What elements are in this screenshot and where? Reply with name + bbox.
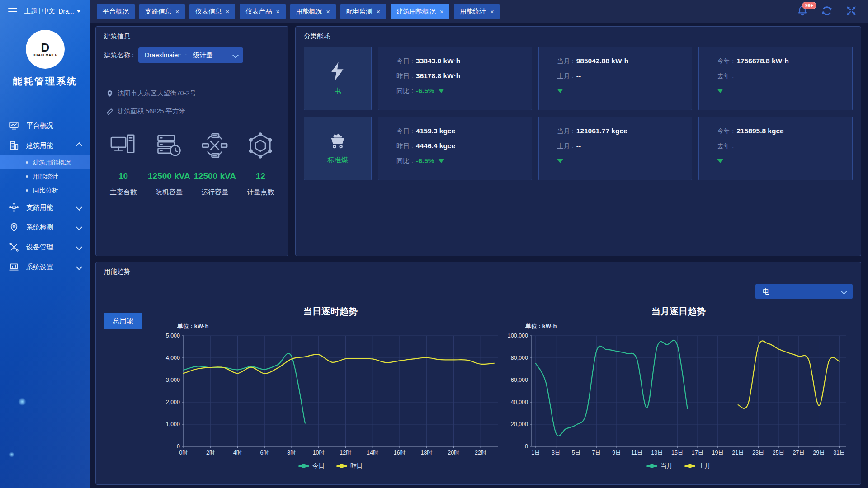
location-pin-icon bbox=[106, 89, 114, 98]
tab-close-icon[interactable]: × bbox=[326, 9, 330, 15]
bullet-icon bbox=[26, 175, 28, 178]
building-info-panel: 建筑信息 建筑名称 : Draexlmaier一二级计量 沈阳市大东区大望街70… bbox=[95, 26, 288, 256]
refresh-icon[interactable] bbox=[820, 4, 834, 18]
coal-icon-card: 标准煤 bbox=[304, 117, 372, 180]
svg-text:80,000: 80,000 bbox=[511, 355, 528, 361]
svg-text:9日: 9日 bbox=[612, 450, 621, 456]
category-row-electricity: 电 今日 :33843.0 kW·h 昨日 :36178.8 kW·h 同比 :… bbox=[304, 47, 853, 110]
hub-icon bbox=[9, 202, 19, 212]
metric-label: 昨日 : bbox=[396, 142, 413, 150]
decor-glow bbox=[18, 398, 26, 406]
legend-item[interactable]: 今日 bbox=[298, 462, 325, 470]
svg-text:14时: 14时 bbox=[367, 450, 378, 456]
chart-legend: 今日昨日 bbox=[298, 462, 363, 470]
chart-canvas: 01,0002,0003,0004,0005,0000时2时4时6时8时10时1… bbox=[156, 331, 505, 460]
metric-value: 36178.8 kW·h bbox=[416, 72, 460, 80]
total-energy-button[interactable]: 总用能 bbox=[104, 313, 142, 329]
svg-text:22时: 22时 bbox=[475, 450, 486, 456]
tab-label: 用能统计 bbox=[460, 7, 486, 16]
sidebar-item-branch-energy[interactable]: 支路用能 bbox=[0, 197, 90, 217]
energy-card-day: 今日 :33843.0 kW·h 昨日 :36178.8 kW·h 同比 :-6… bbox=[378, 47, 532, 110]
legend-item[interactable]: 当月 bbox=[646, 462, 673, 470]
location-pin-icon bbox=[9, 222, 19, 232]
legend-label: 当月 bbox=[660, 462, 673, 470]
fullscreen-icon[interactable] bbox=[844, 4, 858, 18]
sidebar-item-system-detection[interactable]: 系统检测 bbox=[0, 217, 90, 237]
sidebar-item-platform-overview[interactable]: 平台概况 bbox=[0, 116, 90, 136]
svg-text:31日: 31日 bbox=[833, 450, 845, 456]
sidebar-item-system-settings[interactable]: 系统设置 bbox=[0, 257, 90, 277]
tab-close-icon[interactable]: × bbox=[377, 9, 380, 15]
tab-close-icon[interactable]: × bbox=[175, 9, 179, 15]
sidebar-item-label: 设备管理 bbox=[26, 243, 53, 252]
panel-title: 建筑信息 bbox=[104, 32, 130, 41]
yoy-value: -6.5% bbox=[416, 87, 434, 95]
tab-meter-product[interactable]: 仪表产品 × bbox=[240, 4, 285, 19]
tab-power-distribution-monitor[interactable]: 配电监测 × bbox=[340, 4, 386, 19]
stat-transformers: 10 主变台数 bbox=[101, 131, 146, 197]
tab-energy-overview[interactable]: 用能概况 × bbox=[290, 4, 336, 19]
tab-branch-info[interactable]: 支路信息 × bbox=[139, 4, 185, 19]
theme-language-label[interactable]: 主题 | 中文 bbox=[24, 7, 55, 15]
sidebar-subitem-energy-statistics[interactable]: 用能统计 bbox=[0, 169, 90, 183]
panel-title: 用能趋势 bbox=[104, 267, 130, 276]
svg-text:13日: 13日 bbox=[651, 450, 663, 456]
metric-value: 215895.8 kgce bbox=[736, 127, 783, 135]
svg-text:5,000: 5,000 bbox=[166, 333, 180, 339]
sidebar-subitem-label: 同比分析 bbox=[33, 187, 58, 195]
hamburger-menu-icon[interactable] bbox=[8, 8, 17, 14]
metric-value: -- bbox=[576, 142, 581, 150]
notification-bell-icon[interactable]: 99+ bbox=[796, 4, 809, 18]
metric-value: 4159.3 kgce bbox=[416, 127, 455, 135]
sidebar-item-device-management[interactable]: 设备管理 bbox=[0, 237, 90, 257]
stat-label: 运行容量 bbox=[201, 188, 228, 197]
energy-card-month: 当月 :985042.88 kW·h 上月 :-- bbox=[538, 47, 693, 110]
stat-label: 计量点数 bbox=[247, 188, 274, 197]
metric-value: -- bbox=[576, 72, 581, 80]
chart-canvas: 020,00040,00060,00080,000100,0001日3日5日7日… bbox=[505, 331, 853, 460]
tab-close-icon[interactable]: × bbox=[440, 9, 443, 15]
tab-close-icon[interactable]: × bbox=[276, 9, 279, 15]
chevron-down-icon bbox=[76, 204, 82, 211]
tab-platform-overview[interactable]: 平台概况 × bbox=[97, 4, 135, 19]
sidebar-item-label: 建筑用能 bbox=[26, 141, 53, 150]
category-row-standard-coal: 标准煤 今日 :4159.3 kgce 昨日 :4446.4 kgce 同比 :… bbox=[304, 117, 853, 180]
tab-energy-statistics[interactable]: 用能统计 × bbox=[454, 4, 500, 19]
legend-label: 昨日 bbox=[350, 462, 363, 470]
sidebar-item-building-energy[interactable]: 建筑用能 bbox=[0, 136, 90, 155]
tab-close-icon[interactable]: × bbox=[226, 9, 229, 15]
chart-unit-label: 单位 : kW·h bbox=[177, 322, 208, 330]
logo-text: DRAXLMAIER bbox=[33, 53, 58, 57]
legend-marker bbox=[684, 465, 695, 467]
tab-building-energy-overview[interactable]: 建筑用能概况 × bbox=[391, 4, 449, 19]
tab-close-icon[interactable]: × bbox=[490, 9, 494, 15]
metric-value: 33843.0 kW·h bbox=[416, 57, 460, 65]
legend-dot bbox=[340, 464, 344, 468]
svg-text:23日: 23日 bbox=[752, 450, 764, 456]
building-icon bbox=[9, 141, 19, 150]
topbar: 平台概况 × 支路信息 × 仪表信息 × 仪表产品 × 用能概况 × 配电监测 … bbox=[90, 0, 868, 23]
sidebar-subitem-yoy-analysis[interactable]: 同比分析 bbox=[0, 183, 90, 197]
legend-item[interactable]: 昨日 bbox=[336, 462, 363, 470]
sidebar-subitem-building-energy-overview[interactable]: 建筑用能概况 bbox=[0, 155, 90, 169]
building-name-select[interactable]: Draexlmaier一二级计量 bbox=[138, 47, 243, 63]
category-name: 标准煤 bbox=[328, 156, 348, 164]
svg-text:15日: 15日 bbox=[671, 450, 683, 456]
svg-text:17日: 17日 bbox=[692, 450, 703, 456]
sidebar-item-label: 系统设置 bbox=[26, 263, 53, 272]
user-dropdown[interactable]: Dra... bbox=[58, 8, 80, 15]
app-title: 能耗管理系统 bbox=[0, 75, 90, 88]
hexagon-network-icon bbox=[246, 131, 274, 160]
stat-value: 12500 kVA bbox=[148, 171, 190, 181]
chart-title: 当月逐日趋势 bbox=[651, 305, 706, 318]
metric-label: 今日 : bbox=[396, 127, 413, 136]
yoy-value: -6.5% bbox=[416, 157, 434, 165]
tab-label: 用能概况 bbox=[296, 7, 322, 16]
svg-text:19日: 19日 bbox=[712, 450, 724, 456]
chevron-down-icon bbox=[76, 244, 82, 250]
svg-text:0时: 0时 bbox=[179, 450, 188, 456]
stat-value: 12500 kVA bbox=[193, 171, 236, 181]
legend-item[interactable]: 上月 bbox=[684, 462, 711, 470]
svg-text:60,000: 60,000 bbox=[511, 377, 528, 383]
tab-meter-info[interactable]: 仪表信息 × bbox=[189, 4, 235, 19]
